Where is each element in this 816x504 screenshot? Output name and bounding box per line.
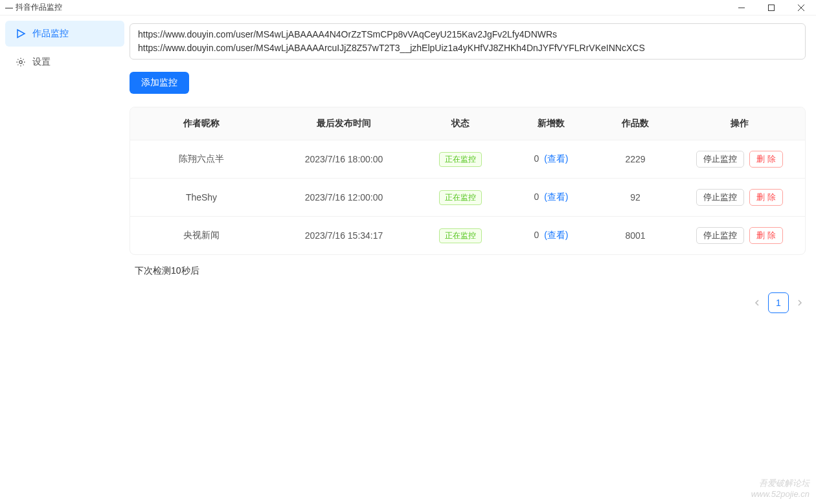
stop-monitor-button[interactable]: 停止监控 <box>696 227 744 244</box>
cell-work-count: 2229 <box>596 140 674 179</box>
watermark-line1: 吾爱破解论坛 <box>751 478 810 489</box>
view-link[interactable]: (查看) <box>544 230 568 240</box>
sidebar: 作品监控 设置 <box>0 16 130 504</box>
add-monitor-button[interactable]: 添加监控 <box>130 72 189 94</box>
stop-monitor-button[interactable]: 停止监控 <box>696 151 744 168</box>
close-button[interactable] <box>786 0 816 16</box>
table-header-row: 作者昵称 最后发布时间 状态 新增数 作品数 操作 <box>130 107 805 140</box>
cell-work-count: 92 <box>596 179 674 217</box>
sidebar-item-monitor[interactable]: 作品监控 <box>5 21 124 47</box>
col-new-count: 新增数 <box>506 107 596 140</box>
cell-work-count: 8001 <box>596 217 674 255</box>
cell-new-count: 0 (查看) <box>506 217 596 255</box>
svg-rect-1 <box>769 5 775 10</box>
cell-status: 正在监控 <box>415 140 506 179</box>
window-controls <box>727 0 816 16</box>
svg-marker-4 <box>17 30 25 38</box>
page-next[interactable] <box>797 300 803 306</box>
cell-author: TheShy <box>130 179 273 217</box>
cell-new-count: 0 (查看) <box>506 179 596 217</box>
col-last-publish: 最后发布时间 <box>273 107 415 140</box>
status-badge: 正在监控 <box>439 152 482 167</box>
sidebar-item-label: 作品监控 <box>32 28 69 39</box>
titlebar: — 抖音作品监控 <box>0 0 816 16</box>
minimize-button[interactable] <box>727 0 756 16</box>
view-link[interactable]: (查看) <box>544 192 568 202</box>
monitor-table: 作者昵称 最后发布时间 状态 新增数 作品数 操作 陈翔六点半 2023/7/1… <box>130 107 806 255</box>
view-link[interactable]: (查看) <box>544 153 568 164</box>
delete-button[interactable]: 删 除 <box>749 151 783 168</box>
col-status: 状态 <box>415 107 506 140</box>
cell-author: 央视新闻 <box>130 217 273 255</box>
cell-ops: 停止监控 删 除 <box>674 179 805 217</box>
cell-author: 陈翔六点半 <box>130 140 273 179</box>
page-prev[interactable] <box>754 300 760 306</box>
table-row: 陈翔六点半 2023/7/16 18:00:00 正在监控 0 (查看) 222… <box>130 140 805 179</box>
content-area: 添加监控 作者昵称 最后发布时间 状态 新增数 作品数 操作 陈翔六点半 202… <box>130 16 816 504</box>
pagination: 1 <box>130 292 806 313</box>
watermark-line2: www.52pojie.cn <box>751 489 810 500</box>
cell-last-publish: 2023/7/16 15:34:17 <box>273 217 415 255</box>
app-icon: — <box>5 3 13 12</box>
sidebar-item-label: 设置 <box>32 56 51 68</box>
maximize-button[interactable] <box>756 0 786 16</box>
url-input[interactable] <box>130 23 806 60</box>
page-number[interactable]: 1 <box>768 292 789 313</box>
gear-icon <box>16 57 26 67</box>
cell-status: 正在监控 <box>415 217 506 255</box>
stop-monitor-button[interactable]: 停止监控 <box>696 189 744 206</box>
col-ops: 操作 <box>674 107 805 140</box>
cell-new-count: 0 (查看) <box>506 140 596 179</box>
status-badge: 正在监控 <box>439 190 482 205</box>
sidebar-item-settings[interactable]: 设置 <box>5 49 124 75</box>
delete-button[interactable]: 删 除 <box>749 227 783 244</box>
cell-status: 正在监控 <box>415 179 506 217</box>
status-badge: 正在监控 <box>439 228 482 243</box>
main-layout: 作品监控 设置 添加监控 作者昵称 最后发布时间 状态 新增数 作品 <box>0 16 816 504</box>
svg-point-5 <box>19 61 23 64</box>
cell-last-publish: 2023/7/16 18:00:00 <box>273 140 415 179</box>
delete-button[interactable]: 删 除 <box>749 189 783 206</box>
watermark: 吾爱破解论坛 www.52pojie.cn <box>751 478 810 500</box>
col-work-count: 作品数 <box>596 107 674 140</box>
col-author: 作者昵称 <box>130 107 273 140</box>
window-title-wrap: — 抖音作品监控 <box>5 2 62 13</box>
cell-last-publish: 2023/7/16 12:00:00 <box>273 179 415 217</box>
cell-ops: 停止监控 删 除 <box>674 140 805 179</box>
play-icon <box>16 28 26 39</box>
cell-ops: 停止监控 删 除 <box>674 217 805 255</box>
table-row: TheShy 2023/7/16 12:00:00 正在监控 0 (查看) 92… <box>130 179 805 217</box>
window-title: 抖音作品监控 <box>16 2 62 13</box>
table-row: 央视新闻 2023/7/16 15:34:17 正在监控 0 (查看) 8001… <box>130 217 805 255</box>
url-input-wrap <box>130 23 806 61</box>
next-check-text: 下次检测10秒后 <box>130 265 806 277</box>
